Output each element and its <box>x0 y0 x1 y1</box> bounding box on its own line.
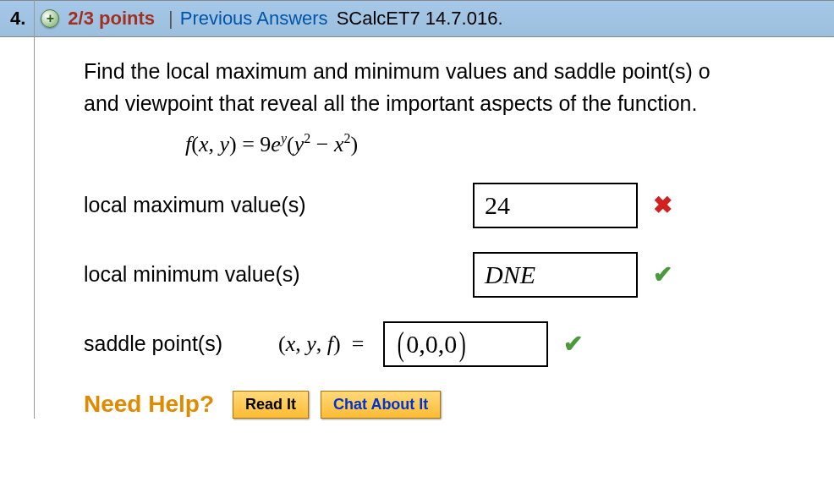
xyf-prefix: (x, y, f) = <box>278 331 370 357</box>
prompt-line-1: Find the local maximum and minimum value… <box>84 59 711 83</box>
assignment-code: SCalcET7 14.7.016. <box>337 8 503 30</box>
saddle-label: saddle point(s) <box>84 331 278 356</box>
local-max-input[interactable]: 24 <box>473 183 638 228</box>
local-min-input[interactable]: DNE <box>473 252 638 298</box>
points-display: 2/3 points <box>68 8 155 30</box>
question-header: 4. + 2/3 points | Previous Answers SCalc… <box>0 0 834 37</box>
divider: | <box>168 8 173 30</box>
x-icon: ✖ <box>653 191 672 219</box>
saddle-input[interactable]: (0,0,0) <box>383 321 548 367</box>
read-it-button[interactable]: Read It <box>233 391 309 419</box>
check-icon: ✔ <box>653 260 672 288</box>
question-prompt: Find the local maximum and minimum value… <box>84 56 834 119</box>
need-help-label: Need Help? <box>84 391 214 418</box>
help-row: Need Help? Read It Chat About It <box>84 391 834 419</box>
saddle-row: saddle point(s) (x, y, f) = (0,0,0) ✔ <box>84 321 834 367</box>
question-number: 4. <box>10 8 25 30</box>
local-min-row: local minimum value(s) DNE ✔ <box>84 252 834 298</box>
local-max-row: local maximum value(s) 24 ✖ <box>84 183 834 228</box>
plus-icon[interactable]: + <box>41 9 59 28</box>
chat-about-it-button[interactable]: Chat About It <box>321 391 441 419</box>
question-content: Find the local maximum and minimum value… <box>34 37 834 419</box>
previous-answers-link[interactable]: Previous Answers <box>180 8 328 30</box>
local-min-label: local minimum value(s) <box>84 262 337 287</box>
check-icon: ✔ <box>563 330 583 358</box>
local-max-label: local maximum value(s) <box>84 193 337 217</box>
function-equation: f(x, y) = 9ey(y2 − x2) <box>185 131 834 157</box>
prompt-line-2: and viewpoint that reveal all the import… <box>84 91 697 115</box>
